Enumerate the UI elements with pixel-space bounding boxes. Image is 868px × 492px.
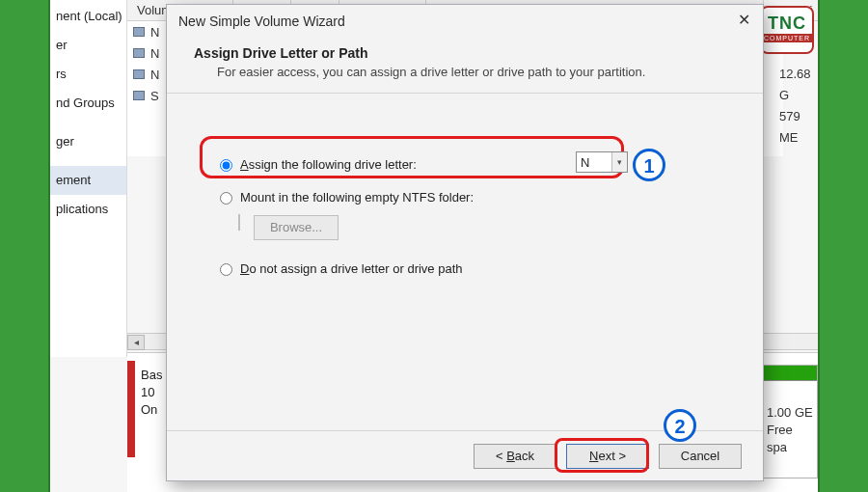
btn-text: < [496,449,506,463]
mnemonic: A [240,157,249,172]
nav-item-selected[interactable]: ement [50,166,126,195]
partition-size: 1.00 GE [767,404,813,422]
option-label: o not assign a drive letter or drive pat… [249,261,462,276]
wizard-heading: Assign Drive Letter or Path [194,45,740,61]
wizard-subheading: For easier access, you can assign a driv… [194,65,740,79]
nav-item[interactable]: plications [50,195,126,224]
capacity-value: 579 ME [779,106,818,149]
wizard-header: Assign Drive Letter or Path For easier a… [167,38,763,94]
wizard-body: Assign the following drive letter: N ▾ M… [167,94,763,393]
btn-text: ext > [598,449,626,463]
close-icon[interactable]: ✕ [730,9,757,32]
annotation-step-1: 1 [633,149,665,181]
logo-sub: COMPUTER [762,34,812,42]
dialog-title: New Simple Volume Wizard [167,5,763,38]
volume-name: N [150,25,159,40]
annotation-step-2: 2 [664,409,696,442]
volume-name: S [150,89,159,103]
logo-text: TNC [762,8,812,34]
partition-label: Free spa [767,422,813,456]
nav-item[interactable]: er [50,31,126,60]
option-label: Mount in the following empty NTFS folder… [240,190,474,205]
mount-folder-input [238,214,240,231]
drive-icon [133,91,145,100]
nav-item[interactable]: rs [50,60,126,89]
partition-color-bar [761,366,817,381]
option-no-letter[interactable]: Do not assign a drive letter or drive pa… [215,254,734,283]
radio-no-letter[interactable] [220,263,232,276]
drive-icon [133,69,145,79]
nav-item[interactable]: nent (Local) [50,2,126,31]
radio-mount-folder[interactable] [220,192,232,205]
next-button[interactable]: Next > [566,444,649,469]
disk-management-window: nent (Local) er rs nd Groups ger ement p… [48,0,820,492]
unallocated-partition[interactable]: 1.00 GE Free spa [760,365,818,478]
nav-item[interactable]: nd Groups [50,89,126,118]
drive-icon [133,48,145,58]
cancel-button[interactable]: Cancel [659,444,742,469]
option-label: ssign the following drive letter: [249,157,417,172]
btn-text: ack [515,449,534,463]
back-button[interactable]: < Back [474,444,556,469]
option-mount-folder[interactable]: Mount in the following empty NTFS folder… [215,182,734,211]
drive-icon [133,27,145,37]
browse-button: Browse... [254,215,339,240]
drive-letter-dropdown[interactable]: N ▾ [576,151,628,173]
watermark-logo: TNC COMPUTER [760,6,814,54]
disk-color-bar [127,361,135,457]
volume-name: N [150,46,159,61]
mnemonic: B [506,449,515,463]
scroll-left-icon[interactable]: ◂ [127,335,145,350]
left-nav-tree: nent (Local) er rs nd Groups ger ement p… [50,0,127,357]
mnemonic: N [589,449,598,463]
capacity-value: 12.68 G [779,64,818,106]
volume-name: N [150,68,159,82]
mnemonic: D [240,261,249,276]
nav-item[interactable]: ger [50,127,126,156]
radio-assign-letter[interactable] [220,159,232,172]
drive-letter-value: N [577,155,611,170]
chevron-down-icon[interactable]: ▾ [611,152,627,172]
